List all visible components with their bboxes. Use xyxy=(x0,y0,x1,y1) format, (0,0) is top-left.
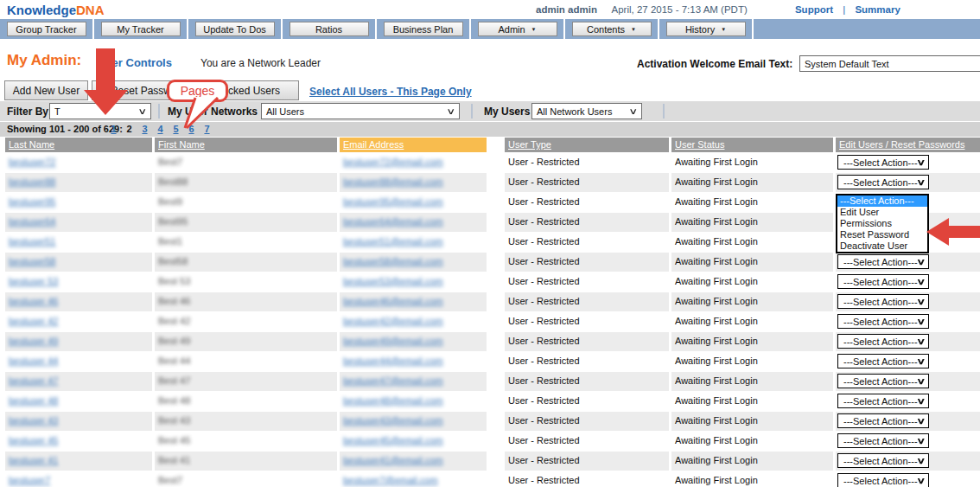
last-name-link[interactable]: bestuser 49 xyxy=(9,336,58,346)
email-link[interactable]: bestuser44@email.com xyxy=(343,356,443,366)
header-edit-users[interactable]: Edit Users / Reset Passwords xyxy=(836,138,980,152)
last-name-link[interactable]: bestuser64 xyxy=(9,216,55,227)
nav-button-update-to-dos[interactable]: Update To Dos xyxy=(195,22,275,36)
select-all-users-link[interactable]: Select All Users - This Page Only xyxy=(309,86,472,98)
action-select[interactable]: ---Select Action---∨ xyxy=(837,314,929,329)
last-name-link[interactable]: bestuser 48 xyxy=(9,395,58,406)
menu-option-permissions[interactable]: Permissions xyxy=(837,218,927,229)
last-name-link[interactable]: bestuser 53 xyxy=(9,276,58,286)
email-link[interactable]: bestuser45@email.com xyxy=(343,435,443,445)
email-link[interactable]: bestuser72@email.com xyxy=(343,157,443,167)
header-first-name[interactable]: First Name xyxy=(155,138,337,152)
last-name-link[interactable]: bestuser88 xyxy=(9,176,55,187)
nav-segment: Contents▼ xyxy=(565,19,658,39)
email-link[interactable]: bestuser53@email.com xyxy=(343,276,443,286)
activation-email-select[interactable]: System Default Text xyxy=(799,55,980,72)
nav-button-group-tracker[interactable]: Group Tracker xyxy=(7,22,86,36)
last-name-link[interactable]: bestuser95 xyxy=(9,196,55,207)
user-networks-select[interactable]: All Users ∨ xyxy=(261,103,460,119)
email-link[interactable]: bestuser42@email.com xyxy=(343,316,443,326)
email-link[interactable]: bestuser47@email.com xyxy=(343,375,443,386)
email-link[interactable]: bestuser51@email.com xyxy=(343,236,443,247)
action-select[interactable]: ---Select Action---∨ xyxy=(837,334,929,349)
email-link[interactable]: bestuser49@email.com xyxy=(343,336,443,346)
page-link-4[interactable]: 4 xyxy=(156,124,164,134)
nav-button-business-plan[interactable]: Business Plan xyxy=(384,22,463,36)
email-link[interactable]: bestuser43@email.com xyxy=(343,415,443,426)
page-link-1[interactable]: 1 xyxy=(110,124,118,134)
user-status-cell: Awaiting First Login xyxy=(671,292,833,311)
chevron-down-icon: ∨ xyxy=(916,476,926,485)
action-select[interactable]: ---Select Action---∨ xyxy=(837,374,929,388)
nav-button-contents[interactable]: Contents▼ xyxy=(572,22,652,36)
chevron-down-icon: ∨ xyxy=(916,416,926,426)
table-row: bestuser72Best7bestuser72@email.comUser … xyxy=(0,153,980,172)
action-select[interactable]: ---Select Action---∨ xyxy=(837,394,929,408)
nav-button-ratios[interactable]: Ratios xyxy=(290,22,369,36)
email-link[interactable]: bestuser88@email.com xyxy=(343,176,443,187)
email-link[interactable]: bestuser64@email.com xyxy=(343,216,443,227)
last-name-link[interactable]: bestuser51 xyxy=(9,236,55,247)
last-name-link[interactable]: bestuser 44 xyxy=(9,356,58,366)
menu-option-deactivate-user[interactable]: Deactivate User xyxy=(837,240,927,252)
header-user-status[interactable]: User Status xyxy=(671,138,833,152)
action-select-value: ---Select Action--- xyxy=(843,177,918,188)
last-name-link[interactable]: bestuser58 xyxy=(9,256,55,266)
email-link[interactable]: bestuser7@email.com xyxy=(343,475,438,485)
email-link[interactable]: bestuser41@email.com xyxy=(343,455,443,465)
header-email-address[interactable]: Email Address xyxy=(340,138,487,152)
nav-button-history[interactable]: History▼ xyxy=(666,22,746,36)
nav-button-my-tracker[interactable]: My Tracker xyxy=(101,22,181,36)
menu-option-reset-password[interactable]: Reset Password xyxy=(837,229,927,240)
action-select[interactable]: ---Select Action---∨ xyxy=(837,354,929,368)
action-select[interactable]: ---Select Action---∨ xyxy=(837,155,929,170)
first-name-text: Best 47 xyxy=(158,375,190,386)
email-link[interactable]: bestuser46@email.com xyxy=(343,296,443,306)
last-name-cell: bestuser 41 xyxy=(5,452,152,471)
my-users-select[interactable]: All Network Users ∨ xyxy=(531,103,642,119)
user-status-cell: Awaiting First Login xyxy=(671,471,833,487)
action-select[interactable]: ---Select Action---∨ xyxy=(837,254,929,269)
action-select[interactable]: ---Select Action---∨ xyxy=(837,175,929,189)
nav-button-admin[interactable]: Admin▼ xyxy=(478,22,557,36)
email-cell: bestuser47@email.com xyxy=(340,372,487,391)
email-cell: bestuser48@email.com xyxy=(340,392,487,411)
last-name-link[interactable]: bestuser 43 xyxy=(9,415,58,426)
header-last-name[interactable]: Last Name xyxy=(5,138,152,152)
first-name-text: Best88 xyxy=(158,176,188,187)
last-name-link[interactable]: bestuser 41 xyxy=(9,455,58,465)
header-user-type[interactable]: User Type xyxy=(505,138,669,152)
page-link-3[interactable]: 3 xyxy=(141,124,149,134)
add-new-user-button[interactable]: Add New User xyxy=(4,80,88,100)
action-select[interactable]: ---Select Action---∨ xyxy=(837,413,929,428)
support-link[interactable]: Support xyxy=(795,4,833,15)
menu-option--select-action-[interactable]: ---Select Action--- xyxy=(837,195,927,207)
menu-option-edit-user[interactable]: Edit User xyxy=(837,207,927,218)
last-name-link[interactable]: bestuser7 xyxy=(9,475,50,485)
last-name-link[interactable]: bestuser 45 xyxy=(9,435,58,445)
edit-actions-cell: ---Select Action---∨ xyxy=(836,312,980,331)
first-name-cell: Best88 xyxy=(155,173,337,192)
edit-actions-cell: ---Select Action---∨ xyxy=(836,332,980,351)
summary-link[interactable]: Summary xyxy=(855,4,900,15)
last-name-link[interactable]: bestuser72 xyxy=(9,157,55,167)
first-name-text: Best 43 xyxy=(158,415,190,426)
action-select-value: ---Select Action--- xyxy=(843,476,918,486)
action-select[interactable]: ---Select Action---∨ xyxy=(837,274,929,289)
action-select[interactable]: ---Select Action---∨ xyxy=(837,453,929,468)
email-link[interactable]: bestuser95@email.com xyxy=(343,196,443,207)
row-spacer xyxy=(487,352,505,371)
last-name-link[interactable]: bestuser 47 xyxy=(9,375,58,386)
action-select[interactable]: ---Select Action---∨ xyxy=(837,433,929,448)
user-type-cell: User - Restricted xyxy=(505,213,669,232)
row-spacer xyxy=(487,452,505,471)
email-link[interactable]: bestuser58@email.com xyxy=(343,256,443,266)
first-name-text: Best 48 xyxy=(158,395,190,406)
action-select[interactable]: ---Select Action---∨ xyxy=(837,473,929,487)
last-name-link[interactable]: bestuser 42 xyxy=(9,316,58,326)
first-name-text: Best7 xyxy=(158,157,182,167)
chevron-down-icon: ▼ xyxy=(531,27,537,32)
action-select[interactable]: ---Select Action---∨ xyxy=(837,294,929,309)
email-link[interactable]: bestuser48@email.com xyxy=(343,395,443,406)
last-name-link[interactable]: bestuser 46 xyxy=(9,296,58,306)
